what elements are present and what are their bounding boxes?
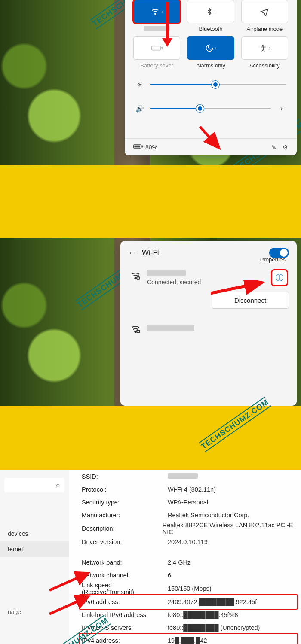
wifi-flyout-title: Wi-Fi [142, 249, 159, 257]
focus-assist-label: Alarms only [187, 62, 234, 69]
property-label: Link-local IPv6 address: [82, 611, 168, 618]
property-label: Security type: [82, 499, 168, 506]
property-value: Realtek Semiconductor Corp. [168, 512, 249, 519]
property-row: Network channel:6 [82, 569, 297, 582]
chevron-right-icon: › [215, 9, 216, 14]
accessibility-tile[interactable]: › [241, 36, 288, 60]
chevron-right-icon: › [215, 46, 217, 51]
svg-line-12 [211, 283, 262, 293]
svg-point-8 [135, 278, 136, 279]
separator: TECHSCHUMZ.COM [0, 406, 301, 470]
back-icon[interactable]: ← [128, 249, 136, 258]
property-label: Link speed (Receive/Transmit): [82, 582, 168, 595]
property-label: Description: [82, 525, 163, 532]
property-row: Manufacturer:Realtek Semiconductor Corp. [82, 509, 297, 522]
svg-line-14 [49, 597, 88, 614]
svg-point-0 [155, 14, 156, 15]
focus-assist-tile[interactable]: › [187, 36, 234, 60]
svg-rect-5 [134, 146, 140, 148]
property-value: WPA-Personal [168, 499, 208, 506]
property-value: Wi-Fi 4 (802.11n) [168, 486, 216, 493]
airplane-label: Airplane mode [241, 26, 288, 32]
property-label: Network channel: [82, 572, 168, 579]
property-label: Protocol: [82, 486, 168, 493]
property-row: Security type:WPA-Personal [82, 496, 297, 509]
battery-saver-label: Battery saver [133, 62, 180, 69]
property-label: Driver version: [82, 538, 168, 545]
property-value: 2.4 GHz [168, 559, 190, 566]
property-row: IPv4 address:19█.███.█42 [80, 634, 297, 644]
battery-percent: 80% [145, 144, 157, 151]
annotation-arrow [166, 2, 169, 40]
annotation-arrow [49, 595, 92, 618]
svg-rect-11 [137, 330, 140, 332]
bluetooth-tile[interactable]: › [187, 0, 234, 23]
svg-line-7 [200, 127, 219, 148]
volume-slider-row: 🔊 › [135, 104, 286, 113]
property-value: 150/150 (Mbps) [168, 585, 212, 592]
wifi-flyout-panel: ← Wi-Fi Properties xxxxxx xx Connected, … [120, 241, 297, 406]
property-row: Link speed (Receive/Transmit):150/150 (M… [82, 582, 297, 595]
property-label: Network band: [82, 559, 168, 566]
property-row: Driver version:2024.0.10.119 [82, 535, 297, 548]
wifi-secured-icon [130, 270, 141, 281]
network-name: xxxxxx xx [147, 270, 266, 278]
property-row: IPv6 DNS servers:fe80::████████ (Unencry… [82, 621, 297, 634]
chevron-right-icon[interactable]: › [277, 104, 286, 113]
gear-icon[interactable]: ⚙ [283, 144, 288, 151]
property-row: Description:Realtek 8822CE Wireless LAN … [82, 522, 297, 535]
airplane-tile[interactable] [241, 0, 288, 23]
sidebar-item-network[interactable]: ternet [0, 541, 69, 557]
svg-rect-6 [141, 146, 142, 147]
property-value: 2024.0.10.119 [168, 538, 208, 545]
property-value: 2409:4072:████████:922:45f [168, 598, 257, 605]
property-label: IPv6 DNS servers: [82, 624, 168, 631]
search-input[interactable]: ⌕ [4, 478, 64, 492]
property-label: IPv6 address: [82, 598, 168, 605]
property-row: Link-local IPv6 address:fe80::████████:4… [82, 608, 297, 621]
property-value: Realtek 8822CE Wireless LAN 802.11ac PCI… [163, 522, 297, 535]
property-row: Protocol:Wi-Fi 4 (802.11n) [82, 483, 297, 496]
accessibility-label: Accessibility [241, 62, 288, 69]
wifi-tile-label: xxxxx [133, 26, 180, 32]
volume-slider[interactable] [150, 108, 271, 109]
annotation-arrow [49, 571, 92, 594]
wifi-secured-icon [130, 323, 141, 334]
property-row: IPv6 address:2409:4072:████████:922:45f [80, 595, 297, 608]
svg-line-13 [49, 573, 88, 590]
sidebar-item[interactable]: devices [0, 526, 69, 541]
bluetooth-label: Bluetooth [187, 26, 234, 32]
annotation-arrow [198, 125, 228, 155]
property-value: xxx [168, 473, 198, 480]
volume-icon: 🔊 [135, 104, 144, 113]
edit-icon[interactable]: ✎ [271, 144, 276, 151]
chevron-right-icon: › [161, 9, 163, 14]
battery-saver-tile[interactable] [133, 36, 180, 60]
svg-rect-9 [137, 277, 140, 279]
brightness-slider-row: ☀ [135, 80, 286, 89]
property-value: 6 [168, 572, 171, 579]
property-value: 19█.███.█42 [168, 637, 207, 644]
property-label: Manufacturer: [82, 512, 168, 519]
property-row: SSID:xxx [82, 470, 297, 483]
brightness-slider[interactable] [150, 84, 286, 85]
property-value: fe80::████████ (Unencrypted) [168, 624, 260, 631]
separator [0, 165, 301, 238]
property-row: Network band:2.4 GHz [82, 556, 297, 569]
network-name[interactable]: xx xxx xxxxx [147, 325, 194, 333]
svg-point-3 [262, 45, 264, 46]
network-properties-list: SSID:xxxProtocol:Wi-Fi 4 (802.11n)Securi… [82, 470, 297, 644]
battery-icon [133, 143, 143, 151]
svg-rect-2 [161, 47, 162, 49]
search-icon: ⌕ [56, 481, 60, 489]
wifi-tile[interactable]: › [133, 0, 180, 23]
property-label: SSID: [82, 473, 168, 480]
settings-sidebar: ⌕ devices ternet uage [0, 470, 69, 644]
svg-point-10 [135, 331, 136, 332]
properties-label: Properties [260, 256, 286, 263]
network-properties-button[interactable]: ⓘ [272, 270, 287, 286]
annotation-arrow [211, 280, 271, 299]
chevron-right-icon: › [269, 46, 270, 51]
property-label: IPv4 address: [82, 637, 168, 644]
property-value: fe80::████████:45f%8 [168, 611, 238, 618]
